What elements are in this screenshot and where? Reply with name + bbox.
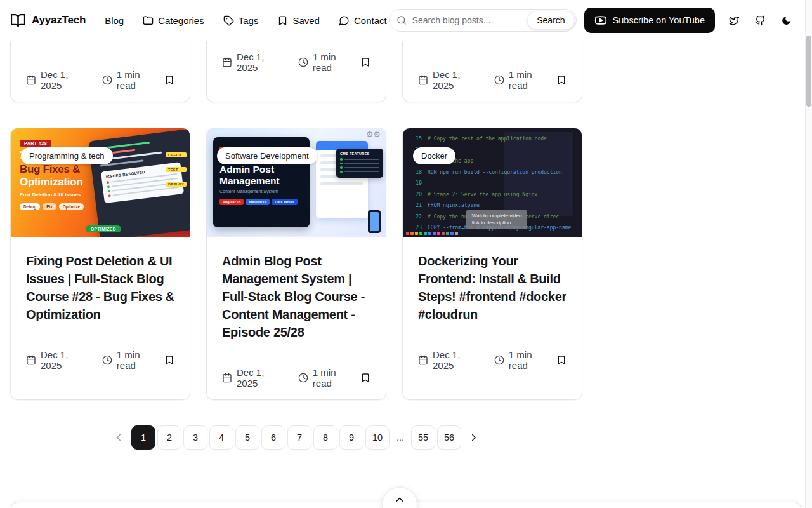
calendar-icon [222,57,232,67]
nav-tags[interactable]: Tags [223,15,259,26]
pagination-next-button[interactable] [463,425,485,450]
book-open-icon [10,13,26,29]
pagination-page-5[interactable]: 5 [235,425,259,450]
post-date: Dec 1, 2025 [433,349,482,371]
taskbar-dots [406,232,458,235]
search-form: Search [389,9,577,32]
pagination-page-2[interactable]: 2 [157,425,181,450]
pagination-page-6[interactable]: 6 [261,425,285,450]
calendar-icon [418,355,428,365]
category-badge[interactable]: Software Development [217,147,317,164]
pagination-page-7[interactable]: 7 [287,425,311,450]
read-time: 1 min read [117,69,160,91]
read-time: 1 min read [509,69,552,91]
pagination-page-9[interactable]: 9 [339,425,363,450]
page: Dynamic Category & Tag Pages | Full-Stac… [0,0,812,508]
chevron-up-icon [393,493,406,506]
folder-icon [143,15,154,26]
clock-icon [298,373,308,383]
post-thumbnail: ⚙⚙ PART #25 FULL-STACK BLOG CMS COURSE A… [207,128,386,237]
scrollbar-thumb[interactable] [806,36,811,107]
post-meta: Dec 1, 2025 1 min read [222,371,370,384]
post-meta: Dec 1, 2025 1 min read [418,354,566,366]
clock-icon [102,355,112,365]
post-card[interactable]: ISSUES RESOLVED PART #28 FULL-STACK BLOG… [10,128,190,400]
youtube-icon [594,14,607,27]
chevron-left-icon [113,432,124,443]
bookmark-button[interactable] [556,75,566,85]
pagination-ellipsis: ... [391,425,409,450]
chat-icon [339,15,350,26]
post-date: Dec 1, 2025 [433,69,482,91]
video-overlay-caption: Watch complete video link in description [466,210,527,229]
pagination-page-8[interactable]: 8 [313,425,337,450]
category-badge[interactable]: Docker [413,147,455,164]
clock-icon [494,75,504,85]
header: AyyazTech Blog Categories Tags Saved Con… [0,0,812,41]
read-time: 1 min read [313,51,356,73]
post-meta: Dec 1, 2025 1 min read [26,74,174,86]
scroll-to-top-button[interactable] [382,487,417,508]
calendar-icon [26,355,36,365]
pagination-page-55[interactable]: 55 [411,425,435,450]
phone-mockup [368,210,381,233]
post-card[interactable]: ⚙⚙ PART #25 FULL-STACK BLOG CMS COURSE A… [206,128,386,400]
calendar-icon [26,75,36,85]
pagination-page-3[interactable]: 3 [183,425,207,450]
calendar-icon [418,75,428,85]
pagination-page-4[interactable]: 4 [209,425,233,450]
pagination-page-10[interactable]: 10 [365,425,390,450]
clock-icon [298,57,308,67]
main-nav: Blog Categories Tags Saved Contact [105,15,387,26]
post-meta: Dec 1, 2025 1 min read [26,354,174,366]
chevron-right-icon [468,432,480,443]
nav-blog[interactable]: Blog [105,15,124,26]
social-links [729,15,792,26]
twitter-icon[interactable] [729,15,740,26]
bookmark-button[interactable] [360,373,370,383]
bookmark-icon [277,15,288,26]
post-date: Dec 1, 2025 [41,69,90,91]
post-card[interactable]: 15# Copy the rest of the application cod… [402,128,582,400]
nav-saved[interactable]: Saved [277,15,320,26]
brand-logo[interactable]: AyyazTech [10,13,86,29]
bookmark-button[interactable] [164,75,174,85]
read-time: 1 min read [313,367,356,389]
brand-name: AyyazTech [32,14,86,27]
pagination-page-56[interactable]: 56 [437,425,461,450]
post-thumbnail: 15# Copy the rest of the application cod… [403,128,582,237]
read-time: 1 min read [509,349,552,371]
nav-categories[interactable]: Categories [143,15,204,26]
gear-icon: ⚙⚙ [366,130,381,139]
clock-icon [494,355,504,365]
tag-icon [223,15,234,26]
github-icon[interactable] [755,15,766,26]
subscribe-youtube-button[interactable]: Subscribe on YouTube [584,8,715,33]
bookmark-button[interactable] [360,57,370,67]
dark-mode-toggle[interactable] [781,15,792,26]
pagination-page-1[interactable]: 1 [131,425,155,450]
nav-contact[interactable]: Contact [339,15,387,26]
pagination-prev-button[interactable] [108,425,129,450]
scrollbar [805,0,812,508]
post-meta: Dec 1, 2025 1 min read [418,74,566,86]
read-time: 1 min read [117,349,160,371]
category-badge[interactable]: Programming & tech [21,147,113,164]
post-title[interactable]: Dockerizing Your Frontend: Install & Bui… [418,252,566,323]
post-title[interactable]: Fixing Post Deletion & UI Issues | Full-… [26,252,174,323]
bookmark-button[interactable] [164,355,174,365]
post-date: Dec 1, 2025 [237,51,286,73]
post-title[interactable]: Admin Blog Post Management System | Full… [222,252,370,341]
post-meta: Dec 1, 2025 1 min read [222,56,370,69]
calendar-icon [222,373,232,383]
search-icon [396,15,407,25]
post-thumbnail: ISSUES RESOLVED PART #28 FULL-STACK BLOG… [11,128,190,237]
post-date: Dec 1, 2025 [237,367,286,389]
clock-icon [102,75,112,85]
search-button[interactable]: Search [527,11,574,30]
pagination: 1 2 3 4 5 6 7 8 9 10 ... 55 56 [10,425,582,450]
bookmark-button[interactable] [556,355,566,365]
post-grid: Dynamic Category & Tag Pages | Full-Stac… [10,0,582,450]
post-date: Dec 1, 2025 [41,349,90,371]
